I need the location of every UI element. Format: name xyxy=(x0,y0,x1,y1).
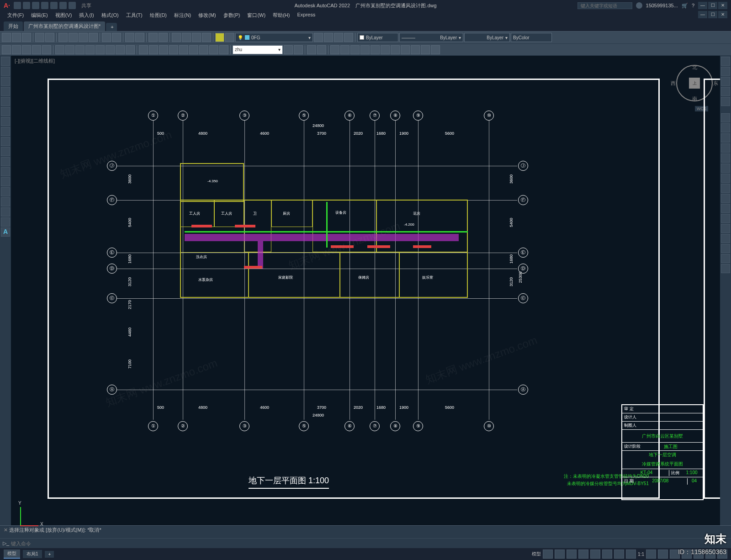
table-icon[interactable] xyxy=(202,33,211,42)
preview-icon[interactable] xyxy=(45,33,54,42)
compass-south[interactable]: 南 xyxy=(692,95,697,102)
insert-tool-icon[interactable] xyxy=(1,157,10,166)
showmotion-icon[interactable] xyxy=(721,97,730,106)
user-name[interactable]: 1505999135... xyxy=(646,3,678,8)
move-icon[interactable] xyxy=(139,45,148,54)
menu-insert[interactable]: 插入(I) xyxy=(75,11,97,20)
qat-plot-icon[interactable] xyxy=(50,2,58,9)
menu-file[interactable]: 文件(F) xyxy=(4,11,27,20)
scale-display[interactable]: 1:1 xyxy=(638,552,644,557)
rect-tool-icon[interactable] xyxy=(1,97,10,106)
sun-icon[interactable] xyxy=(215,33,224,42)
dim-baseline-icon[interactable] xyxy=(116,45,125,54)
snap-toggle-icon[interactable] xyxy=(555,549,565,559)
workspace-icon[interactable] xyxy=(658,549,668,559)
menu-window[interactable]: 窗口(W) xyxy=(244,11,269,20)
anno-scale-icon[interactable] xyxy=(646,549,656,559)
fillet-icon[interactable] xyxy=(219,45,228,54)
mtext-tool-icon[interactable]: A xyxy=(1,227,10,237)
pline-tool-icon[interactable] xyxy=(1,77,10,86)
compass-north[interactable]: 北 xyxy=(692,64,697,71)
menu-edit[interactable]: 编辑(E) xyxy=(27,11,52,20)
render-icon[interactable] xyxy=(225,33,234,42)
redo-icon[interactable] xyxy=(112,33,121,42)
tool2-icon[interactable] xyxy=(340,45,350,54)
layout-tab[interactable]: 布局1 xyxy=(23,550,42,558)
cart-icon[interactable]: 🛒 xyxy=(682,3,688,9)
match-icon[interactable] xyxy=(89,33,98,42)
maximize-button[interactable]: ☐ xyxy=(708,2,717,9)
compass-west[interactable]: 西 xyxy=(671,80,676,87)
scale2-icon[interactable] xyxy=(721,184,730,193)
command-input[interactable] xyxy=(11,541,728,546)
grid-toggle-icon[interactable] xyxy=(543,549,553,559)
text-icon[interactable] xyxy=(284,45,293,54)
join-icon[interactable] xyxy=(721,234,730,243)
textstyle-dropdown[interactable]: zhu ▾ xyxy=(233,45,283,54)
area-icon[interactable] xyxy=(317,45,326,54)
layer-freeze-icon[interactable] xyxy=(334,33,343,42)
doc-minimize-button[interactable]: — xyxy=(698,11,707,18)
drawing-canvas[interactable]: [-][俯视][二维线框] 北 南 东 西 上 WCS ① ② ③ ⑤ ⑥ ⑦ … xyxy=(11,56,731,525)
copy-icon[interactable] xyxy=(69,33,78,42)
menu-draw[interactable]: 绘图(D) xyxy=(146,11,170,20)
menu-help[interactable]: 帮助(H) xyxy=(269,11,293,20)
open-icon[interactable] xyxy=(12,33,21,42)
otrack-toggle-icon[interactable] xyxy=(602,549,612,559)
polar-toggle-icon[interactable] xyxy=(578,549,588,559)
menu-express[interactable]: Express xyxy=(293,11,319,20)
tool1-icon[interactable] xyxy=(330,45,339,54)
plotstyle-dropdown[interactable]: ByColor xyxy=(511,33,552,42)
mtext-icon[interactable] xyxy=(294,45,303,54)
scale-icon[interactable] xyxy=(169,45,178,54)
menu-dim[interactable]: 标注(N) xyxy=(170,11,195,20)
color-dropdown[interactable]: ByLayer xyxy=(357,33,398,42)
qat-saveas-icon[interactable] xyxy=(41,2,48,9)
linetype-dropdown[interactable]: ——— ByLayer ▾ xyxy=(399,33,463,42)
explode-icon[interactable] xyxy=(721,264,730,273)
mirror2-icon[interactable] xyxy=(721,133,730,143)
tool6-icon[interactable] xyxy=(381,45,390,54)
paste-icon[interactable] xyxy=(79,33,88,42)
tab-new-button[interactable]: + xyxy=(106,23,117,31)
pline-icon[interactable] xyxy=(12,45,21,54)
tool11-icon[interactable] xyxy=(431,45,440,54)
xref-icon[interactable] xyxy=(182,33,191,42)
doc-close-button[interactable]: ✕ xyxy=(718,11,727,18)
leader-icon[interactable] xyxy=(126,45,135,54)
qat-redo-icon[interactable] xyxy=(69,2,76,9)
doc-maximize-button[interactable]: ☐ xyxy=(708,11,717,18)
tool5-icon[interactable] xyxy=(371,45,380,54)
offset-icon[interactable] xyxy=(189,45,198,54)
copy3-icon[interactable] xyxy=(721,123,730,132)
tool9-icon[interactable] xyxy=(411,45,420,54)
menu-tools[interactable]: 工具(T) xyxy=(122,11,146,20)
dim-aligned-icon[interactable] xyxy=(65,45,74,54)
ortho-toggle-icon[interactable] xyxy=(567,549,577,559)
block-icon[interactable] xyxy=(172,33,181,42)
mirror-icon[interactable] xyxy=(179,45,188,54)
block-tool-icon[interactable] xyxy=(1,167,10,176)
lwt-toggle-icon[interactable] xyxy=(614,549,624,559)
hatch-icon[interactable] xyxy=(192,33,201,42)
dim-continue-icon[interactable] xyxy=(106,45,115,54)
stretch-icon[interactable] xyxy=(721,194,730,203)
layer-off-icon[interactable] xyxy=(324,33,333,42)
line-tool-icon[interactable] xyxy=(1,57,10,66)
trim-icon[interactable] xyxy=(199,45,208,54)
extend2-icon[interactable] xyxy=(721,214,730,223)
layer-iso-icon[interactable] xyxy=(314,33,323,42)
tool10-icon[interactable] xyxy=(421,45,430,54)
pan-icon[interactable] xyxy=(125,33,134,42)
rotate2-icon[interactable] xyxy=(721,174,730,183)
dim-diameter-icon[interactable] xyxy=(95,45,105,54)
cut-icon[interactable] xyxy=(58,33,68,42)
point-tool-icon[interactable] xyxy=(1,177,10,186)
line-icon[interactable] xyxy=(2,45,11,54)
model-label[interactable]: 模型 xyxy=(532,551,541,557)
add-layout-button[interactable]: + xyxy=(45,551,54,558)
menu-param[interactable]: 参数(P) xyxy=(220,11,244,20)
dim-radius-icon[interactable] xyxy=(85,45,95,54)
fillet2-icon[interactable] xyxy=(721,254,730,263)
view-label[interactable]: [-][俯视][二维线框] xyxy=(15,58,55,64)
